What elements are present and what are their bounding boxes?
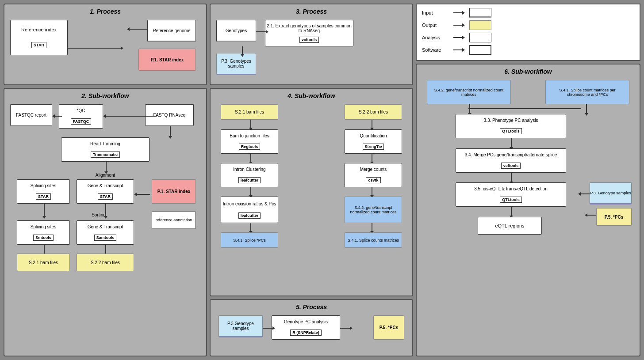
panel-6-title: 6. Sub-workflow <box>420 68 636 75</box>
connector-h-p6 <box>468 108 581 109</box>
panel-process-1: 1. Process Reference index STAR Referenc… <box>4 4 207 85</box>
gene-transcript-label-2: Gene & Transcript <box>88 224 123 229</box>
panel-1-title: 1. Process <box>8 8 203 15</box>
arrow-trim-to-align <box>104 162 108 174</box>
s21-bam-p4: S.2.1 bam files <box>221 104 278 120</box>
vcftools-sw: vcftools <box>299 37 319 43</box>
merge-counts-box: Merge counts csvtk <box>345 163 402 187</box>
s42-norm-box: S.4.2. gene/transcript normalized count … <box>345 197 402 223</box>
right-column: Input Output Analysis <box>416 4 640 356</box>
pheno-pc-label: 3.3. Phenotype PC analysis <box>484 118 538 123</box>
arrow-p5-to-cis <box>585 213 596 217</box>
arrow-p3-to-cis <box>578 192 590 196</box>
extract-label: 2.1. Extract genotypes of samples common… <box>267 23 352 33</box>
arrow-extract-to-p3 <box>241 46 244 57</box>
s41-splice-pcs-box: S.4.1. Splice *PCs <box>221 232 278 248</box>
quantification-label: Quantification <box>360 133 387 138</box>
panel-process-3: 3. Process Genotypes 2.1. Extract genoty… <box>210 4 413 85</box>
eqtl-regions-box: eQTL regions <box>478 217 542 235</box>
arrow-pc-to-p5 <box>340 326 353 330</box>
arrow-genome-to-index <box>127 27 147 31</box>
fastqc-report-box: FASTQC report <box>10 104 52 126</box>
arrow-p3-to-pc <box>263 326 275 330</box>
merge-pcs-label: 3.4. Merge PCs gene/transcript/alternate… <box>465 152 557 157</box>
genotype-pc-box: Genotype PC analysis R (SNPRelate) <box>272 315 340 340</box>
smtools-sw: Smtools <box>33 235 54 241</box>
samtools-sw: Samtools <box>94 235 117 241</box>
legend-input: Input <box>422 8 634 18</box>
legend-box: Input Output Analysis <box>416 4 640 61</box>
bam-junction-label: Bam to junction files <box>230 133 269 138</box>
arrow-qc-to-report <box>52 114 62 118</box>
left-column: 1. Process Reference index STAR Referenc… <box>4 4 207 356</box>
splicing-star-box: Splicing sites STAR <box>17 179 70 204</box>
ref-genome-box: Reference genome <box>147 20 196 42</box>
quantification-box: Quantification StringTie <box>345 129 402 154</box>
stringtie-sw: StringTie <box>363 144 384 150</box>
panel-process-5: 5. Process P.3.Genotype samples Genotype… <box>210 299 413 356</box>
trimmomatic-sw: Trimmomatic <box>91 152 120 158</box>
s22-bam-p4: S.2.2 bam files <box>345 104 402 120</box>
splicing-sites-label-1: Splicing sites <box>31 183 56 188</box>
legend-software-rect <box>469 45 491 55</box>
s42-label-p6: S.4.2. gene/transcript normalized count … <box>427 80 511 104</box>
qc-label: *QC <box>77 108 85 113</box>
legend-software-label: Software <box>422 47 451 53</box>
alignment-label: Alignment <box>43 173 167 178</box>
p3-geno-p6: P.3. Genotype samples <box>590 182 632 205</box>
cis-eqtl-box: 3.5. cis-eQTL & trans-eQTL detection QTL… <box>456 182 566 207</box>
legend-analysis-arrow <box>453 36 465 39</box>
cis-eqtl-label: 3.5. cis-eQTL & trans-eQTL detection <box>474 186 547 191</box>
gene-transcript-star-box: Gene & Transcript STAR <box>77 179 134 204</box>
middle-column: 3. Process Genotypes 2.1. Extract genoty… <box>210 4 413 356</box>
gene-transcript-samtools-box: Gene & Transcript Samtools <box>77 220 134 245</box>
panel-3-title: 3. Process <box>214 8 409 15</box>
pheno-pc-box: 3.3. Phenotype PC analysis QTLtools <box>456 114 566 138</box>
star-index-p2: P.1. STAR index <box>152 179 196 204</box>
star-index-box: P.1. STAR index <box>138 49 196 71</box>
legend-input-label: Input <box>422 10 451 15</box>
ref-genome-label: Reference genome <box>153 28 190 33</box>
legend-input-rect <box>469 8 491 18</box>
main-container: 1. Process Reference index STAR Referenc… <box>0 0 644 360</box>
legend-output-rect <box>469 20 491 30</box>
leafcutter-sw-1: leafcutter <box>238 177 261 183</box>
arrow-geno-to-extract <box>256 30 268 34</box>
merge-counts-label: Merge counts <box>360 167 387 172</box>
bam-junction-box: Bam to junction files Regtools <box>221 129 278 154</box>
p3-genotypes-box: P.3. Genotypes samples <box>216 53 256 75</box>
panel-subworkflow-2: 2. Sub-workflow FASTQC report *QC FASTQC <box>4 88 207 356</box>
extract-genotypes-box: 2.1. Extract genotypes of samples common… <box>265 20 353 46</box>
panel-subworkflow-6: 6. Sub-workflow S.4.2. gene/transcript n… <box>416 64 640 356</box>
star-sw-2: STAR <box>98 193 113 200</box>
arrow-s22-down <box>370 120 374 130</box>
intron-clustering-label: Intron Clustering <box>233 167 265 172</box>
intron-clustering-box: Intron Clustering leafcutter <box>221 163 278 187</box>
intron-excision-label: Intron excision ratios & Pcs <box>223 201 276 206</box>
qtltools-sw-1: QTLtools <box>500 128 522 134</box>
s21-bam-box: S.2.1 bam files <box>17 254 70 271</box>
arrow-refannot-to-gt <box>134 193 150 196</box>
regtools-sw: Regtools <box>239 144 261 150</box>
splicing-smtools-box: Splicing sites Smtools <box>17 220 70 245</box>
gene-transcript-label-1: Gene & Transcript <box>88 183 123 188</box>
merge-pcs-box: 3.4. Merge PCs gene/transcript/alternate… <box>456 148 566 173</box>
panel-subworkflow-4: 4. Sub-workflow S.2.1 bam files S.2.2 ba… <box>210 88 413 296</box>
read-trimming-label: Read Trimming <box>90 141 120 146</box>
leafcutter-sw-2: leafcutter <box>238 212 261 219</box>
arrow-s41-down-p6 <box>585 104 588 116</box>
legend-software: Software <box>422 45 634 55</box>
arrow-fastq-to-trim <box>169 126 172 139</box>
ref-index-label: Reference index <box>21 27 57 32</box>
s22-bam-box: S.2.2 bam files <box>77 254 134 271</box>
fastqc-sw: FASTQC <box>71 118 92 125</box>
r-snprelate-sw: R (SNPRelate) <box>290 330 322 336</box>
star-software-1: STAR <box>31 42 46 48</box>
trimming-box: Read Trimming Trimmomatic <box>61 137 150 162</box>
ref-index-box: Reference index STAR <box>10 20 68 55</box>
legend-output-arrow <box>453 23 465 27</box>
arrow-ss-to-sort <box>42 204 46 219</box>
panel-5-title: 5. Process <box>214 303 409 311</box>
s41-label-p6: S.4.1. Splice count matrices per chromos… <box>545 80 629 104</box>
arrow-gt-to-sort <box>104 204 107 219</box>
